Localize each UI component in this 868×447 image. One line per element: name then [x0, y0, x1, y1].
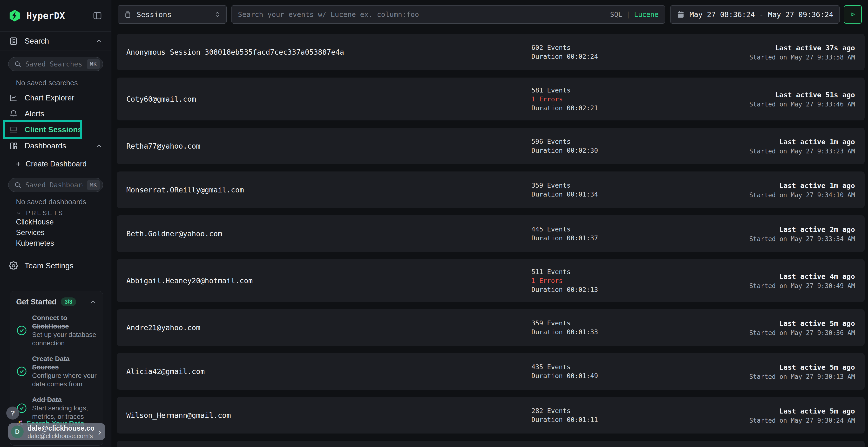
chart-icon: [9, 93, 18, 102]
sidebar-item-client-sessions[interactable]: Client Sessions: [0, 122, 111, 138]
sidebar-collapse-icon[interactable]: [92, 10, 103, 21]
session-events: 511 Events: [531, 267, 705, 276]
preset-list: ClickHouseServicesKubernetes: [0, 217, 111, 248]
session-row[interactable]: Wilson_Hermann@gmail.com 282 Events Dura…: [117, 397, 865, 434]
chevron-up-icon[interactable]: [89, 299, 97, 306]
session-list: Anonymous Session 308018eb535facd7cec337…: [117, 34, 865, 447]
presets-label: PRESETS: [26, 209, 64, 217]
session-duration: Duration 00:01:33: [531, 328, 705, 337]
session-events: 359 Events: [531, 319, 705, 328]
session-row[interactable]: [117, 441, 865, 447]
get-started-item-text: Connect to ClickHouse Set up your databa…: [32, 314, 97, 347]
help-button[interactable]: ?: [6, 407, 19, 419]
session-last-active: Last active 1m ago: [749, 137, 855, 147]
saved-searches-input[interactable]: Saved Searches ⌘K: [8, 57, 103, 71]
session-title: Abbigail.Heaney20@hotmail.com: [126, 276, 531, 285]
session-row[interactable]: Monserrat.OReilly@gmail.com 359 Events D…: [117, 171, 865, 208]
session-started: Started on May 27 9:33:46 AM: [749, 100, 855, 108]
sidebar-section-dashboards[interactable]: Dashboards: [0, 138, 111, 154]
session-row[interactable]: Beth.Goldner@yahoo.com 445 Events Durati…: [117, 215, 865, 252]
journal-icon: [9, 37, 18, 46]
session-duration: Duration 00:02:24: [531, 52, 705, 61]
session-row[interactable]: Andre21@yahoo.com 359 Events Duration 00…: [117, 309, 865, 346]
get-started-item-text: Add Data Start sending logs, metrics, or…: [32, 396, 97, 421]
session-row[interactable]: Abbigail.Heaney20@hotmail.com 511 Events…: [117, 259, 865, 302]
preset-item[interactable]: Services: [0, 227, 111, 238]
session-activity: Last active 2m ago Started on May 27 9:3…: [749, 224, 855, 243]
get-started-item-desc: Start sending logs, metrics, or traces: [32, 404, 97, 421]
session-events: 282 Events: [531, 406, 705, 415]
presets-toggle[interactable]: PRESETS: [16, 209, 111, 217]
get-started-item-title: Add Data: [32, 396, 97, 404]
calendar-icon: [677, 10, 685, 19]
session-duration: Duration 00:01:49: [531, 371, 705, 380]
source-select[interactable]: Sessions: [118, 5, 227, 24]
sidebar-item-chart-explorer[interactable]: Chart Explorer: [0, 90, 111, 106]
session-started: Started on May 27 9:30:36 AM: [749, 329, 855, 337]
get-started-item[interactable]: Create Data Sources Configure where your…: [16, 354, 97, 388]
session-title: Beth.Goldner@yahoo.com: [126, 230, 531, 238]
create-dashboard-button[interactable]: Create Dashboard: [0, 156, 111, 172]
chevron-right-icon: ›: [98, 427, 101, 437]
session-last-active: Last active 5m ago: [749, 406, 855, 416]
chevrons-up-down-icon: [214, 11, 221, 18]
event-search-input[interactable]: Search your events w/ Lucene ex. column:…: [231, 5, 665, 24]
session-activity: Last active 5m ago Started on May 27 9:3…: [749, 318, 855, 337]
session-stats: 435 Events Duration 00:01:49: [531, 363, 705, 380]
session-last-active: Last active 4m ago: [749, 271, 855, 282]
help-label: ?: [10, 409, 15, 417]
session-row[interactable]: Retha77@yahoo.com 596 Events Duration 00…: [117, 128, 865, 164]
session-activity: Last active 5m ago Started on May 27 9:3…: [749, 406, 855, 424]
no-saved-dashboards-text: No saved dashboards: [16, 198, 111, 206]
preset-item[interactable]: Kubernetes: [0, 238, 111, 248]
session-row[interactable]: Alicia42@gmail.com 435 Events Duration 0…: [117, 353, 865, 390]
saved-dashboards-input[interactable]: Saved Dashboards ⌘K: [8, 178, 103, 192]
session-stats: 282 Events Duration 00:01:11: [531, 406, 705, 424]
get-started-item[interactable]: Connect to ClickHouse Set up your databa…: [16, 314, 97, 347]
session-started: Started on May 27 9:33:34 AM: [749, 235, 855, 243]
sidebar-item-alerts[interactable]: Alerts: [0, 106, 111, 122]
chevron-up-icon: [95, 142, 102, 149]
session-started: Started on May 27 9:33:58 AM: [749, 53, 855, 61]
play-icon: [849, 11, 857, 18]
session-last-active: Last active 51s ago: [749, 90, 855, 100]
session-errors: 1 Errors: [531, 276, 705, 285]
sidebar-item-team-settings[interactable]: Team Settings: [0, 258, 111, 274]
session-row[interactable]: Anonymous Session 308018eb535facd7cec337…: [117, 34, 865, 70]
session-duration: Duration 00:02:21: [531, 104, 705, 112]
live-tail-button[interactable]: [844, 5, 862, 24]
source-select-value: Sessions: [137, 10, 209, 19]
session-duration: Duration 00:01:11: [531, 415, 705, 424]
session-activity: Last active 51s ago Started on May 27 9:…: [749, 90, 855, 108]
sidebar-section-label: Dashboards: [25, 141, 66, 150]
search-icon: [14, 61, 22, 68]
sidebar-section-search[interactable]: Search: [0, 32, 111, 51]
session-started: Started on May 27 9:33:23 AM: [749, 147, 855, 156]
hyperdx-logo-icon: [8, 9, 21, 22]
session-duration: Duration 00:02:30: [531, 146, 705, 155]
check-circle-icon: [16, 366, 27, 377]
session-duration: Duration 00:01:34: [531, 190, 705, 199]
event-search-placeholder: Search your events w/ Lucene ex. column:…: [238, 10, 606, 19]
session-row[interactable]: Coty60@gmail.com 581 Events 1 Errors Dur…: [117, 77, 865, 121]
get-started-item[interactable]: Add Data Start sending logs, metrics, or…: [16, 396, 97, 421]
get-started-item-desc: Configure where your data comes from: [32, 371, 97, 388]
session-stats: 596 Events Duration 00:02:30: [531, 137, 705, 155]
date-range-picker[interactable]: May 27 08:36:24 - May 27 09:36:24: [670, 5, 840, 24]
get-started-item-text: Create Data Sources Configure where your…: [32, 354, 97, 388]
chevron-down-icon: [16, 210, 22, 216]
gear-icon: [9, 261, 18, 270]
date-range-value: May 27 08:36:24 - May 27 09:36:24: [689, 10, 833, 19]
session-title: Alicia42@gmail.com: [126, 367, 531, 376]
user-menu[interactable]: D dale@clickhouse.com dale@clickhouse.co…: [8, 423, 105, 440]
create-dashboard-label: Create Dashboard: [26, 160, 87, 168]
session-errors: 1 Errors: [531, 95, 705, 104]
session-activity: Last active 37s ago Started on May 27 9:…: [749, 43, 855, 61]
chevron-up-icon: [95, 38, 102, 45]
get-started-item-title: Create Data Sources: [32, 354, 97, 371]
session-started: Started on May 27 9:30:49 AM: [749, 282, 855, 290]
session-started: Started on May 27 9:34:10 AM: [749, 191, 855, 199]
lucene-toggle[interactable]: Lucene: [634, 10, 658, 19]
preset-item[interactable]: ClickHouse: [0, 217, 111, 227]
sql-toggle[interactable]: SQL: [610, 10, 622, 19]
